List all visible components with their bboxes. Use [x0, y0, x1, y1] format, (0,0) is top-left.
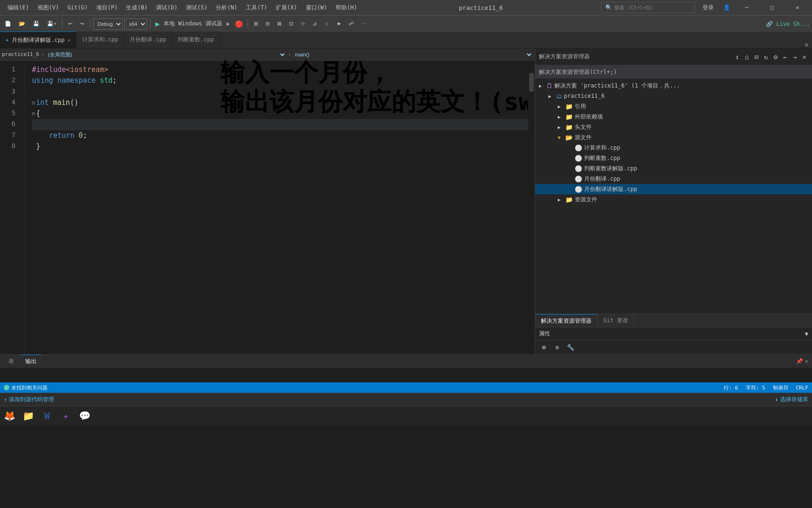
debug-config-select[interactable]: Debug: [93, 18, 123, 30]
stop-button[interactable]: 🔴: [233, 20, 245, 28]
minimize-button[interactable]: ─: [736, 0, 757, 15]
collapse-icon-4[interactable]: ⊟: [32, 99, 35, 107]
sidebar-btn-sync[interactable]: ↕: [734, 52, 741, 62]
tree-external-deps[interactable]: ▶ 📁 外部依赖项: [535, 111, 812, 122]
menu-test[interactable]: 测试(S): [182, 3, 211, 13]
tab-close-0[interactable]: ✕: [68, 38, 70, 43]
toolbar-open[interactable]: 📂: [16, 20, 28, 28]
toolbar-new[interactable]: 📄: [2, 20, 14, 28]
bp-tab-table[interactable]: 表: [4, 355, 19, 368]
res-folder-label: 资源文件: [575, 196, 597, 204]
scrollbar-thumb[interactable]: [529, 73, 534, 92]
toolbar-btn-i[interactable]: ☍: [346, 20, 357, 28]
add-source-code-btn[interactable]: ↑ 添加到源代码管理: [4, 396, 54, 404]
menu-tools[interactable]: 工具(T): [242, 3, 271, 13]
upload-icon: ↑: [4, 397, 7, 403]
prop-icon-wrench[interactable]: 🔧: [565, 342, 576, 353]
menu-build[interactable]: 生成(B): [122, 3, 151, 13]
function-select[interactable]: main(): [293, 51, 533, 58]
tree-file-pands-jianjie[interactable]: ▶ ⚪ 判断素数讲解版.cpp: [535, 163, 812, 174]
menu-window[interactable]: 窗口(W): [302, 3, 331, 13]
toolbar-btn-b[interactable]: ⊟: [263, 20, 273, 28]
search-bar[interactable]: 🔍 搜索 (Ctrl+Q): [601, 2, 695, 13]
token-std: std: [100, 75, 113, 86]
toolbar-btn-g[interactable]: ☆: [321, 20, 332, 28]
taskbar-word[interactable]: W: [38, 406, 56, 425]
tree-project[interactable]: ▶ 🗂 practice11_6: [535, 91, 812, 101]
toolbar-btn-d[interactable]: ⊡: [286, 20, 296, 28]
bp-pin-btn[interactable]: 📌: [796, 358, 803, 365]
tab-yuefan[interactable]: 月份翻译.cpp: [124, 32, 172, 48]
sidebar-btn-home[interactable]: ⌂: [743, 52, 750, 62]
line-num-3: 3: [0, 87, 20, 97]
menu-extend[interactable]: 扩展(X): [272, 3, 301, 13]
prop-icon-list[interactable]: ≡: [552, 342, 562, 353]
sidebar-btn-refresh[interactable]: ↻: [762, 52, 770, 62]
sidebar-btn-forward[interactable]: →: [791, 52, 798, 62]
code-line-8: ⊟}: [32, 141, 535, 152]
tree-references[interactable]: ▶ 📁 引用: [535, 101, 812, 111]
tab-settings-btn[interactable]: ⚙: [805, 41, 808, 48]
menu-help[interactable]: 帮助(H): [332, 3, 361, 13]
menu-edit[interactable]: 编辑(E): [4, 3, 33, 13]
toolbar-save[interactable]: 💾: [30, 20, 42, 28]
taskbar-wechat[interactable]: 💬: [75, 406, 94, 425]
tree-file-jisuan[interactable]: ▶ ⚪ 计算求和.cpp: [535, 143, 812, 153]
tab-jisuan[interactable]: 计算求和.cpp: [77, 32, 125, 48]
toolbar-btn-c[interactable]: ⊠: [274, 20, 284, 28]
toolbar-btn-h[interactable]: ★: [334, 20, 344, 28]
tree-resource-folder[interactable]: ▶ 📁 资源文件: [535, 194, 812, 205]
properties-expand[interactable]: ▼: [805, 331, 808, 337]
toolbar-undo[interactable]: ↩: [65, 20, 75, 28]
select-repo-btn[interactable]: ⬇ 选择存储库: [775, 396, 808, 404]
prop-icon-grid[interactable]: ⊞: [539, 342, 549, 353]
collapse-icon-5[interactable]: ⊟: [32, 110, 35, 118]
bp-close-btn[interactable]: ✕: [805, 358, 808, 365]
taskbar-vs[interactable]: ✦: [56, 406, 75, 425]
toolbar-save-all[interactable]: 💾+: [44, 20, 59, 28]
platform-select[interactable]: x64: [125, 18, 147, 30]
run-label[interactable]: 本地 Windows 调试器: [164, 20, 222, 28]
sidebar-btn-collapse[interactable]: ⊟: [752, 52, 760, 62]
sidebar-tab-solution[interactable]: 解决方案资源管理器: [535, 314, 598, 327]
menu-view[interactable]: 视图(V): [34, 3, 63, 13]
live-share-button[interactable]: 🔗 Live Sh...: [766, 21, 810, 27]
sidebar-tab-git[interactable]: Git 更改: [598, 314, 634, 327]
tree-file-yuefan[interactable]: ▶ ⚪ 月份翻译.cpp: [535, 174, 812, 184]
close-button[interactable]: ✕: [787, 0, 808, 15]
menu-debug[interactable]: 调试(D): [152, 3, 181, 13]
menu-git[interactable]: Git(G): [63, 3, 91, 12]
toolbar-btn-a[interactable]: ⊞: [251, 20, 261, 28]
solution-header[interactable]: 解决方案资源管理器(Ctrl+;): [535, 65, 812, 79]
res-folder-icon: 📁: [565, 196, 573, 203]
run-button[interactable]: ▶: [153, 19, 162, 28]
attach-button[interactable]: ⊕: [224, 21, 231, 27]
editor[interactable]: 1 2 3 4 5 6 7 8 #include<iostream> using…: [0, 61, 535, 354]
taskbar-firefox[interactable]: 🦊: [0, 406, 19, 425]
tab-yuefan-jianjieban[interactable]: + 月份翻译讲解版.cpp ✕: [0, 32, 77, 48]
sidebar-btn-back[interactable]: ←: [781, 52, 789, 62]
tree-file-yuefan-jianjie[interactable]: ▶ ⚪ 月份翻译讲解版.cpp: [535, 184, 812, 194]
tree-file-pands[interactable]: ▶ ⚪ 判断素数.cpp: [535, 153, 812, 163]
scope-select[interactable]: (全局范围): [46, 51, 286, 58]
toolbar-redo[interactable]: ↪: [77, 20, 87, 28]
menu-project[interactable]: 项目(P): [93, 3, 122, 13]
sidebar-btn-close[interactable]: ✕: [801, 52, 808, 62]
taskbar-files[interactable]: 📁: [19, 406, 38, 425]
toolbar-btn-j[interactable]: ⋯: [359, 20, 369, 28]
toolbar-btn-e[interactable]: ⊹: [298, 20, 308, 28]
editor-scrollbar[interactable]: [528, 72, 535, 354]
tree-source-folder[interactable]: ▼ 📂 源文件: [535, 132, 812, 143]
tree-solution[interactable]: ▶ 🗒 解决方案 'practice11_6' (1 个项目，共...: [535, 80, 812, 91]
sidebar-btn-settings[interactable]: ⚙: [772, 52, 779, 62]
bp-tab-output[interactable]: 输出: [21, 355, 41, 368]
code-content[interactable]: #include<iostream> using namespace std; …: [24, 61, 535, 354]
maximize-button[interactable]: □: [761, 0, 783, 15]
solution-expand-arrow: ▶: [539, 83, 545, 88]
user-icon[interactable]: 👤: [721, 4, 732, 11]
tab-pands[interactable]: 判断素数.cpp: [172, 32, 220, 48]
menu-analyze[interactable]: 分析(N): [212, 3, 241, 13]
tree-header-files[interactable]: ▶ 📁 头文件: [535, 122, 812, 132]
signin-button[interactable]: 登录: [699, 4, 718, 12]
toolbar-btn-f[interactable]: ⊿: [310, 20, 320, 28]
